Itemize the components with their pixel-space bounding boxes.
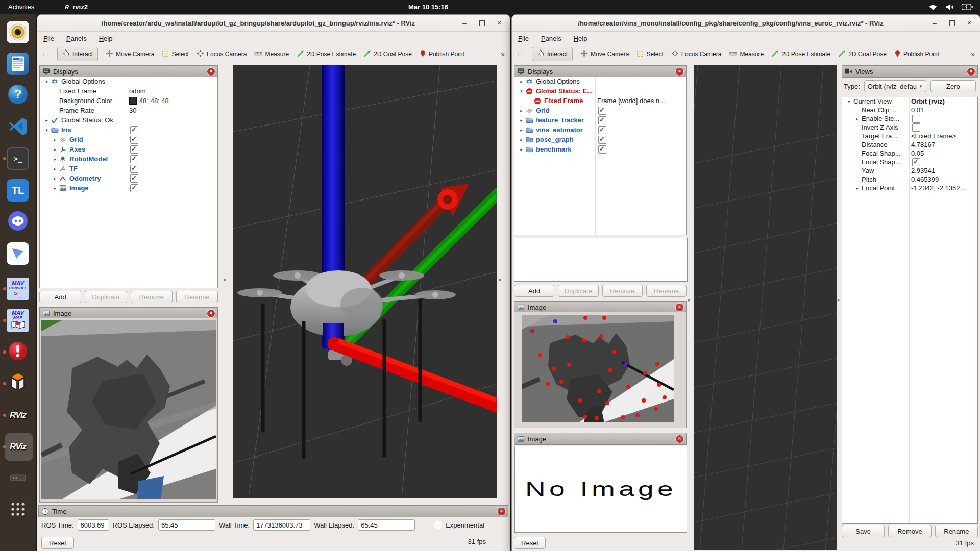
zero-button[interactable]: Zero [930, 80, 976, 92]
tree-row-global-options[interactable]: ▸Global Options [514, 77, 686, 86]
splitter-collapse-icon[interactable]: ▸ [688, 297, 691, 303]
dock-item-mav-console[interactable]: MAVCONSOLE>_ [1, 273, 35, 305]
dock-item-discord[interactable] [1, 206, 35, 238]
tool-measure[interactable]: Measure [729, 51, 764, 58]
checkbox[interactable] [130, 174, 138, 183]
expand-arrow-icon[interactable]: ▸ [519, 79, 524, 84]
splitter-handle[interactable]: ······ [39, 303, 218, 307]
tree-row-current-view[interactable]: ▾Current ViewOrbit (rviz) [842, 97, 977, 106]
tree-row-value[interactable]: Orbit (rviz) [911, 97, 945, 106]
duplicate-button[interactable]: Duplicate [558, 285, 598, 297]
expand-arrow-icon[interactable]: ▸ [854, 116, 860, 121]
splitter-collapse-icon[interactable]: ▸ [499, 277, 502, 282]
tree-row-value[interactable]: 4.78167 [911, 140, 935, 149]
toolbar-overflow-button[interactable]: » [501, 50, 506, 58]
tree-row-value[interactable]: 30 [129, 106, 136, 115]
3d-viewport[interactable] [694, 65, 837, 550]
tree-row-feature-tracker[interactable]: ▸feature_tracker [514, 115, 686, 125]
tool-select[interactable]: Select [636, 50, 663, 59]
splitter-collapse-icon[interactable]: ◂ [223, 277, 226, 282]
displays-panel-header[interactable]: Displays × [514, 65, 687, 78]
splitter-collapse-icon[interactable]: ▸ [838, 297, 840, 303]
close-panel-icon[interactable]: × [675, 303, 684, 312]
toolbar-overflow-button[interactable]: » [971, 50, 976, 58]
tree-row-image[interactable]: ▸Image [40, 183, 217, 193]
dock-item-help[interactable]: ? [1, 80, 35, 111]
expand-arrow-icon[interactable]: ▾ [44, 79, 50, 84]
menu-file[interactable]: File [43, 35, 54, 42]
tool-publish-point[interactable]: Publish Point [894, 49, 939, 59]
remove-button[interactable]: Remove [131, 291, 173, 303]
dock-item-gazebo[interactable] [1, 368, 35, 399]
dock-item-rviz[interactable]: RViz [1, 399, 35, 431]
image-reset-button[interactable]: Reset [514, 537, 546, 549]
rename-button[interactable]: Rename [935, 525, 978, 537]
tree-row-value[interactable]: Frame [world] does n... [597, 96, 665, 106]
tree-row-value[interactable]: odom [129, 86, 146, 96]
tool-measure[interactable]: Measure [254, 51, 289, 58]
dock-item-app-grid[interactable] [1, 494, 35, 526]
image-panel-header[interactable]: Image × [514, 433, 687, 445]
close-panel-icon[interactable]: × [967, 67, 975, 76]
image-panel-header[interactable]: Image × [39, 307, 218, 319]
dock-item-removable-media[interactable] [1, 463, 35, 494]
add-button[interactable]: Add [514, 285, 554, 297]
dock-item-tl-app[interactable]: TL [1, 174, 35, 206]
checkbox[interactable] [598, 145, 606, 154]
tree-row-axes[interactable]: ▸Axes [40, 144, 217, 154]
expand-arrow-icon[interactable]: ▸ [519, 108, 524, 113]
expand-arrow-icon[interactable]: ▾ [44, 128, 50, 133]
titlebar[interactable]: /home/creator/ardu_ws/install/ardupilot_… [37, 15, 510, 32]
color-value[interactable]: 48; 48; 48 [129, 96, 169, 106]
tool-move-camera[interactable]: Move Camera [580, 49, 629, 59]
tree-row-fixed-frame[interactable]: Fixed Frameodom [40, 86, 217, 96]
tool-publish-point[interactable]: Publish Point [420, 49, 464, 59]
tree-row-value[interactable]: -1.2342; -2.1352;... [911, 184, 967, 192]
checkbox[interactable] [598, 126, 606, 134]
view-type-dropdown[interactable]: Orbit (rviz_defau ▼ [864, 80, 926, 92]
remove-button[interactable]: Remove [602, 285, 643, 297]
expand-arrow-icon[interactable]: ▾ [519, 89, 524, 94]
system-tray[interactable] [928, 4, 973, 11]
3d-viewport[interactable] [233, 65, 497, 498]
tree-row-pose-graph[interactable]: ▸pose_graph [514, 135, 686, 144]
tool-interact[interactable]: Interact [532, 47, 573, 61]
dock-item-terminal[interactable]: >_ [1, 143, 35, 174]
expand-arrow-icon[interactable]: ▸ [519, 128, 524, 133]
tree-row-value[interactable]: 0.465399 [911, 175, 939, 184]
checkbox[interactable] [598, 107, 606, 115]
tree-row-tf[interactable]: ▸TF [40, 164, 217, 173]
tree-row-grid[interactable]: ▸Grid [40, 135, 217, 144]
tree-row-benchmark[interactable]: ▸benchmark [514, 144, 686, 154]
tree-row-target-fra[interactable]: Target Fra...<Fixed Frame> [842, 132, 977, 140]
dock-item-proton-vpn[interactable] [1, 238, 35, 269]
expand-arrow-icon[interactable]: ▸ [52, 176, 58, 181]
tree-row-focal-shap[interactable]: Focal Shap...0.05 [842, 149, 977, 158]
expand-arrow-icon[interactable]: ▸ [519, 137, 524, 142]
expand-arrow-icon[interactable]: ▸ [519, 118, 524, 123]
dock-item-libreoffice-writer[interactable] [1, 48, 35, 80]
checkbox[interactable] [912, 115, 920, 123]
dock-item-vscode[interactable] [1, 111, 35, 143]
checkbox[interactable] [912, 158, 920, 166]
menu-help[interactable]: Help [574, 35, 587, 42]
tree-row-robotmodel[interactable]: ▸RobotModel [40, 154, 217, 164]
tool-2d-goal-pose[interactable]: 2D Goal Pose [363, 49, 412, 59]
minimize-button[interactable]: – [460, 18, 469, 28]
tool-move-camera[interactable]: Move Camera [106, 49, 154, 59]
checkbox[interactable] [130, 165, 138, 173]
tool-2d-goal-pose[interactable]: 2D Goal Pose [838, 49, 887, 59]
clock[interactable]: Mar 10 15:16 [408, 3, 448, 11]
tool-focus-camera[interactable]: Focus Camera [671, 49, 722, 59]
tree-row-global-status-e[interactable]: ▾Global Status: E... [514, 86, 686, 96]
titlebar[interactable]: /home/creator/vins_mono/install/config_p… [512, 15, 980, 32]
expand-arrow-icon[interactable]: ▸ [52, 147, 58, 152]
menu-panels[interactable]: Panels [66, 35, 87, 42]
tree-row-global-status-ok[interactable]: ▸Global Status: Ok [40, 115, 217, 125]
tree-row-invert-z-axis[interactable]: Invert Z Axis [842, 123, 977, 132]
duplicate-button[interactable]: Duplicate [85, 291, 127, 303]
remove-button[interactable]: Remove [888, 525, 931, 537]
expand-arrow-icon[interactable]: ▸ [854, 186, 860, 191]
image-panel-header[interactable]: Image × [514, 301, 687, 313]
dock-item-rhythmbox[interactable] [1, 16, 35, 48]
